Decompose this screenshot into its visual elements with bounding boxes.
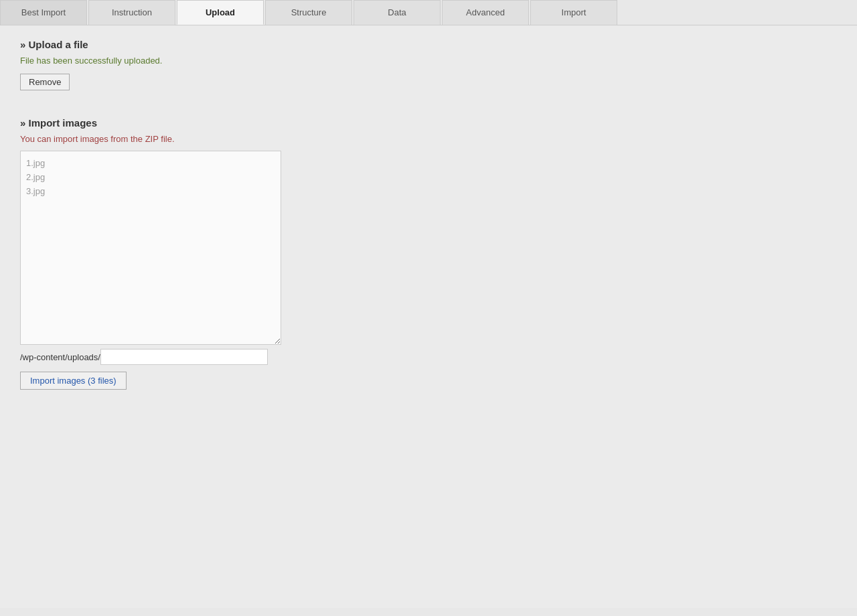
main-content: » Upload a file File has been successful… <box>0 25 857 608</box>
path-input[interactable] <box>100 349 268 365</box>
import-images-button[interactable]: Import images (3 files) <box>20 372 127 390</box>
image-list-textarea[interactable]: 1.jpg 2.jpg 3.jpg <box>20 151 281 345</box>
upload-file-section: » Upload a file File has been successful… <box>20 39 837 106</box>
tab-upload[interactable]: Upload <box>177 0 264 25</box>
import-images-section: » Import images You can import images fr… <box>20 117 837 390</box>
tab-bar: Best Import Instruction Upload Structure… <box>0 0 857 25</box>
tab-import[interactable]: Import <box>530 0 617 25</box>
tab-instruction[interactable]: Instruction <box>88 0 175 25</box>
upload-file-title: » Upload a file <box>20 39 837 50</box>
tab-data[interactable]: Data <box>354 0 441 25</box>
tab-best-import[interactable]: Best Import <box>0 0 87 25</box>
tab-structure[interactable]: Structure <box>265 0 352 25</box>
tab-advanced[interactable]: Advanced <box>442 0 529 25</box>
import-images-hint: You can import images from the ZIP file. <box>20 134 837 144</box>
path-prefix-label: /wp-content/uploads/ <box>20 352 100 362</box>
remove-button[interactable]: Remove <box>20 74 70 90</box>
path-row: /wp-content/uploads/ <box>20 349 837 365</box>
import-images-title: » Import images <box>20 117 837 129</box>
upload-success-message: File has been successfully uploaded. <box>20 56 837 66</box>
